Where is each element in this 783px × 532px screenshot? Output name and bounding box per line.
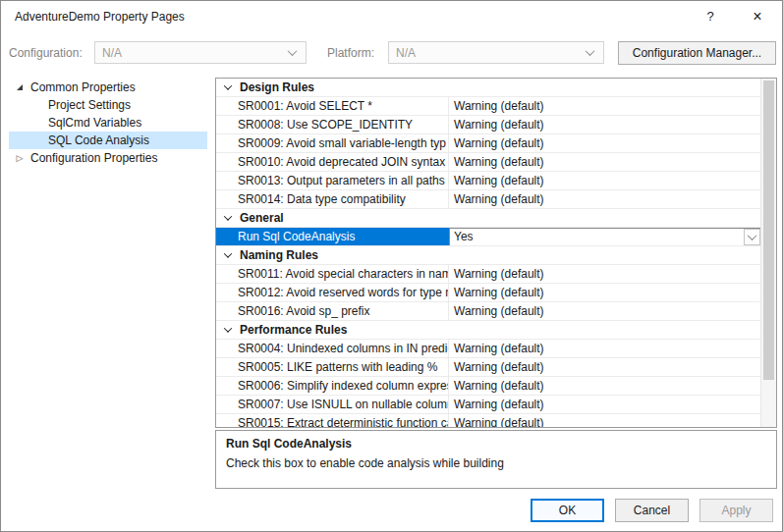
property-value[interactable]: Warning (default) (449, 134, 761, 152)
property-name[interactable]: SR0009: Avoid small variable-length typ (216, 134, 449, 152)
tree-item-label: SqlCmd Variables (48, 116, 141, 130)
property-row[interactable]: SR0005: LIKE patterns with leading %Warn… (216, 358, 761, 377)
platform-label: Platform: (327, 46, 374, 60)
property-name[interactable]: SR0005: LIKE patterns with leading % (216, 358, 449, 376)
apply-button[interactable]: Apply (699, 499, 773, 522)
property-value[interactable]: Warning (default) (449, 153, 761, 171)
category-row-performance-rules[interactable]: Performance Rules (216, 321, 761, 340)
tree-item-label: SQL Code Analysis (48, 133, 149, 147)
property-value[interactable]: Warning (default) (449, 377, 761, 395)
property-row[interactable]: SR0010: Avoid deprecated JOIN syntaxWarn… (216, 153, 761, 172)
property-value[interactable]: Warning (default) (449, 340, 761, 357)
property-row[interactable]: SR0016: Avoid sp_ prefixWarning (default… (216, 302, 761, 321)
property-pages-dialog: AdventureDemo Property Pages ? × Configu… (0, 0, 783, 532)
property-row[interactable]: SR0012: Avoid reserved words for type nW… (216, 284, 761, 302)
properties-tree: Common PropertiesProject SettingsSqlCmd … (9, 79, 207, 167)
property-row[interactable]: SR0007: Use ISNULL on nullable columnWar… (216, 396, 761, 414)
property-value[interactable]: Warning (default) (449, 116, 761, 133)
platform-dropdown[interactable]: N/A (388, 41, 604, 64)
property-row[interactable]: SR0014: Data type compatibilityWarning (… (216, 190, 761, 209)
property-name[interactable]: SR0004: Unindexed columns in IN predic (216, 340, 449, 357)
platform-value: N/A (389, 46, 587, 60)
tree-item-configuration-properties[interactable]: ▷Configuration Properties (9, 149, 207, 167)
category-label: Naming Rules (240, 248, 318, 262)
description-pane: Run Sql CodeAnalysis Check this box to e… (215, 430, 777, 489)
property-value[interactable]: Warning (default) (449, 265, 761, 283)
property-row[interactable]: Run Sql CodeAnalysisYes (216, 228, 761, 246)
tree-item-sqlcmd-variables[interactable]: SqlCmd Variables (9, 114, 207, 132)
help-icon[interactable]: ? (696, 5, 725, 28)
property-name[interactable]: SR0008: Use SCOPE_IDENTITY (216, 116, 449, 133)
tree-item-common-properties[interactable]: Common Properties (9, 79, 207, 96)
chevron-down-icon (586, 46, 595, 56)
chevron-down-icon[interactable] (224, 249, 232, 257)
property-grid: Design RulesSR0001: Avoid SELECT *Warnin… (215, 78, 777, 428)
property-value[interactable]: Warning (default) (449, 302, 761, 320)
property-row[interactable]: SR0011: Avoid special characters in namW… (216, 265, 761, 284)
category-row-design-rules[interactable]: Design Rules (216, 79, 761, 97)
property-value[interactable]: Warning (default) (449, 97, 761, 115)
property-name[interactable]: SR0006: Simplify indexed column expres (216, 377, 449, 395)
property-name[interactable]: SR0013: Output parameters in all paths (216, 172, 449, 189)
property-name[interactable]: SR0016: Avoid sp_ prefix (216, 302, 449, 320)
scrollbar-thumb[interactable] (763, 80, 774, 380)
tree-expanded-icon[interactable] (14, 84, 26, 90)
category-label: Performance Rules (240, 323, 347, 337)
property-row[interactable]: SR0015: Extract deterministic function c… (216, 414, 761, 428)
tree-item-label: Common Properties (30, 80, 136, 94)
cancel-button[interactable]: Cancel (615, 499, 689, 522)
dialog-footer: OK Cancel Apply (1, 499, 773, 522)
category-label: General (240, 211, 284, 225)
tree-item-sql-code-analysis[interactable]: SQL Code Analysis (9, 132, 207, 149)
property-name[interactable]: SR0015: Extract deterministic function c… (216, 414, 449, 428)
property-value[interactable]: Warning (default) (449, 190, 761, 208)
category-label: Design Rules (240, 80, 314, 94)
value-dropdown[interactable]: Yes (449, 228, 761, 245)
property-row[interactable]: SR0008: Use SCOPE_IDENTITYWarning (defau… (216, 116, 761, 134)
property-name[interactable]: SR0012: Avoid reserved words for type n (216, 284, 449, 301)
property-name[interactable]: SR0010: Avoid deprecated JOIN syntax (216, 153, 449, 171)
dropdown-value: Yes (450, 230, 744, 243)
configuration-manager-button[interactable]: Configuration Manager... (618, 41, 776, 65)
property-row[interactable]: SR0006: Simplify indexed column expresWa… (216, 377, 761, 396)
property-name[interactable]: SR0014: Data type compatibility (216, 190, 449, 208)
property-value[interactable]: Warning (default) (449, 396, 761, 413)
property-row[interactable]: SR0013: Output parameters in all pathsWa… (216, 172, 761, 190)
close-icon[interactable]: × (743, 5, 772, 28)
property-row[interactable]: SR0009: Avoid small variable-length typW… (216, 134, 761, 153)
property-value[interactable]: Warning (default) (449, 172, 761, 189)
property-name[interactable]: Run Sql CodeAnalysis (216, 228, 449, 245)
category-row-naming-rules[interactable]: Naming Rules (216, 246, 761, 265)
property-value[interactable]: Warning (default) (449, 358, 761, 376)
property-name[interactable]: SR0011: Avoid special characters in nam (216, 265, 449, 283)
property-name[interactable]: SR0001: Avoid SELECT * (216, 97, 449, 115)
configuration-dropdown[interactable]: N/A (94, 41, 307, 64)
chevron-down-icon (748, 231, 757, 240)
dropdown-button[interactable] (744, 229, 760, 245)
tree-item-label: Project Settings (48, 98, 131, 112)
configuration-label: Configuration: (9, 46, 83, 60)
tree-collapsed-icon[interactable]: ▷ (14, 154, 26, 163)
property-name[interactable]: SR0007: Use ISNULL on nullable column (216, 396, 449, 413)
description-title: Run Sql CodeAnalysis (226, 437, 766, 451)
configuration-value: N/A (95, 46, 289, 60)
window-title: AdventureDemo Property Pages (15, 10, 185, 24)
chevron-down-icon[interactable] (224, 324, 232, 332)
property-value[interactable]: Warning (default) (449, 414, 761, 428)
property-value[interactable]: Warning (default) (449, 284, 761, 301)
description-text: Check this box to enable code analysis w… (226, 456, 766, 470)
category-row-general[interactable]: General (216, 209, 761, 228)
chevron-down-icon[interactable] (224, 212, 232, 220)
property-row[interactable]: SR0001: Avoid SELECT *Warning (default) (216, 97, 761, 116)
chevron-down-icon[interactable] (224, 81, 232, 89)
title-bar[interactable]: AdventureDemo Property Pages ? × (1, 1, 782, 32)
vertical-scrollbar[interactable] (760, 79, 776, 427)
ok-button[interactable]: OK (531, 499, 604, 522)
property-value[interactable]: Yes (449, 228, 761, 245)
property-row[interactable]: SR0004: Unindexed columns in IN predicWa… (216, 340, 761, 358)
tree-item-project-settings[interactable]: Project Settings (9, 96, 207, 114)
chevron-down-icon (288, 46, 298, 56)
tree-item-label: Configuration Properties (30, 151, 157, 165)
